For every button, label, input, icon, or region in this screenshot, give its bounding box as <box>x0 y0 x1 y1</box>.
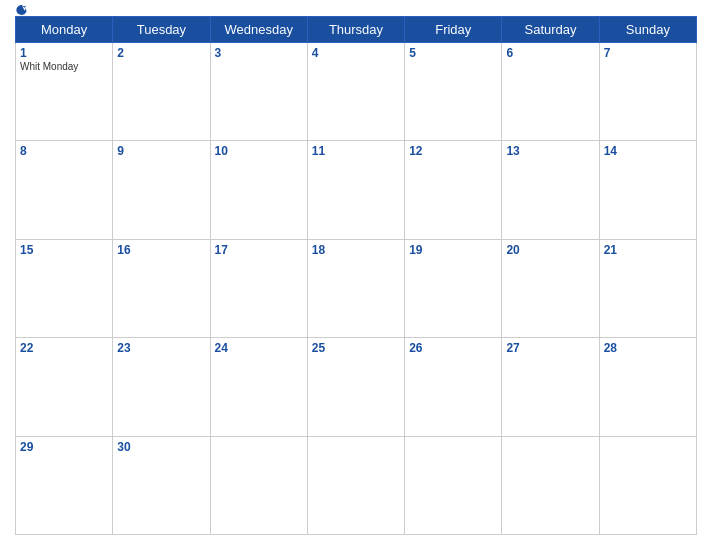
day-number: 28 <box>604 341 692 355</box>
day-number: 4 <box>312 46 400 60</box>
calendar-day-cell <box>210 436 307 534</box>
calendar-day-cell: 26 <box>405 338 502 436</box>
day-number: 25 <box>312 341 400 355</box>
calendar-week-row: 1Whit Monday234567 <box>16 43 697 141</box>
calendar-day-cell: 20 <box>502 239 599 337</box>
day-number: 10 <box>215 144 303 158</box>
calendar-day-cell: 18 <box>307 239 404 337</box>
weekday-header-thursday: Thursday <box>307 17 404 43</box>
calendar-week-row: 891011121314 <box>16 141 697 239</box>
calendar-day-cell: 14 <box>599 141 696 239</box>
calendar-day-cell: 7 <box>599 43 696 141</box>
day-number: 3 <box>215 46 303 60</box>
day-number: 18 <box>312 243 400 257</box>
calendar-day-cell: 3 <box>210 43 307 141</box>
calendar-day-cell <box>599 436 696 534</box>
calendar-day-cell: 15 <box>16 239 113 337</box>
weekday-header-sunday: Sunday <box>599 17 696 43</box>
weekday-header-tuesday: Tuesday <box>113 17 210 43</box>
day-number: 30 <box>117 440 205 454</box>
calendar-day-cell: 24 <box>210 338 307 436</box>
day-number: 16 <box>117 243 205 257</box>
holiday-name: Whit Monday <box>20 61 108 72</box>
weekday-header-friday: Friday <box>405 17 502 43</box>
calendar-day-cell: 12 <box>405 141 502 239</box>
calendar-day-cell: 30 <box>113 436 210 534</box>
calendar-day-cell: 16 <box>113 239 210 337</box>
day-number: 24 <box>215 341 303 355</box>
calendar-day-cell: 28 <box>599 338 696 436</box>
day-number: 12 <box>409 144 497 158</box>
calendar-table: MondayTuesdayWednesdayThursdayFridaySatu… <box>15 16 697 535</box>
day-number: 27 <box>506 341 594 355</box>
calendar-day-cell: 5 <box>405 43 502 141</box>
calendar-day-cell <box>405 436 502 534</box>
calendar-day-cell: 6 <box>502 43 599 141</box>
day-number: 17 <box>215 243 303 257</box>
calendar-day-cell: 10 <box>210 141 307 239</box>
day-number: 1 <box>20 46 108 60</box>
calendar-day-cell: 21 <box>599 239 696 337</box>
weekday-header-saturday: Saturday <box>502 17 599 43</box>
day-number: 29 <box>20 440 108 454</box>
calendar-week-row: 15161718192021 <box>16 239 697 337</box>
logo <box>15 3 31 17</box>
day-number: 26 <box>409 341 497 355</box>
calendar-day-cell: 19 <box>405 239 502 337</box>
logo-bird-icon <box>15 3 29 17</box>
calendar-day-cell: 4 <box>307 43 404 141</box>
calendar-day-cell: 23 <box>113 338 210 436</box>
calendar-day-cell: 17 <box>210 239 307 337</box>
calendar-week-row: 2930 <box>16 436 697 534</box>
day-number: 21 <box>604 243 692 257</box>
day-number: 19 <box>409 243 497 257</box>
calendar-day-cell <box>502 436 599 534</box>
calendar-week-row: 22232425262728 <box>16 338 697 436</box>
day-number: 20 <box>506 243 594 257</box>
day-number: 2 <box>117 46 205 60</box>
calendar-day-cell: 1Whit Monday <box>16 43 113 141</box>
day-number: 22 <box>20 341 108 355</box>
day-number: 14 <box>604 144 692 158</box>
day-number: 5 <box>409 46 497 60</box>
weekday-header-monday: Monday <box>16 17 113 43</box>
day-number: 15 <box>20 243 108 257</box>
calendar-day-cell: 22 <box>16 338 113 436</box>
calendar-day-cell <box>307 436 404 534</box>
calendar-day-cell: 9 <box>113 141 210 239</box>
logo-blue-text <box>15 3 31 17</box>
calendar-day-cell: 11 <box>307 141 404 239</box>
calendar-day-cell: 13 <box>502 141 599 239</box>
calendar-day-cell: 25 <box>307 338 404 436</box>
day-number: 13 <box>506 144 594 158</box>
day-number: 7 <box>604 46 692 60</box>
calendar-day-cell: 27 <box>502 338 599 436</box>
calendar-day-cell: 2 <box>113 43 210 141</box>
day-number: 23 <box>117 341 205 355</box>
calendar-header-row: MondayTuesdayWednesdayThursdayFridaySatu… <box>16 17 697 43</box>
day-number: 11 <box>312 144 400 158</box>
day-number: 6 <box>506 46 594 60</box>
day-number: 9 <box>117 144 205 158</box>
day-number: 8 <box>20 144 108 158</box>
calendar-day-cell: 8 <box>16 141 113 239</box>
calendar-day-cell: 29 <box>16 436 113 534</box>
weekday-header-wednesday: Wednesday <box>210 17 307 43</box>
